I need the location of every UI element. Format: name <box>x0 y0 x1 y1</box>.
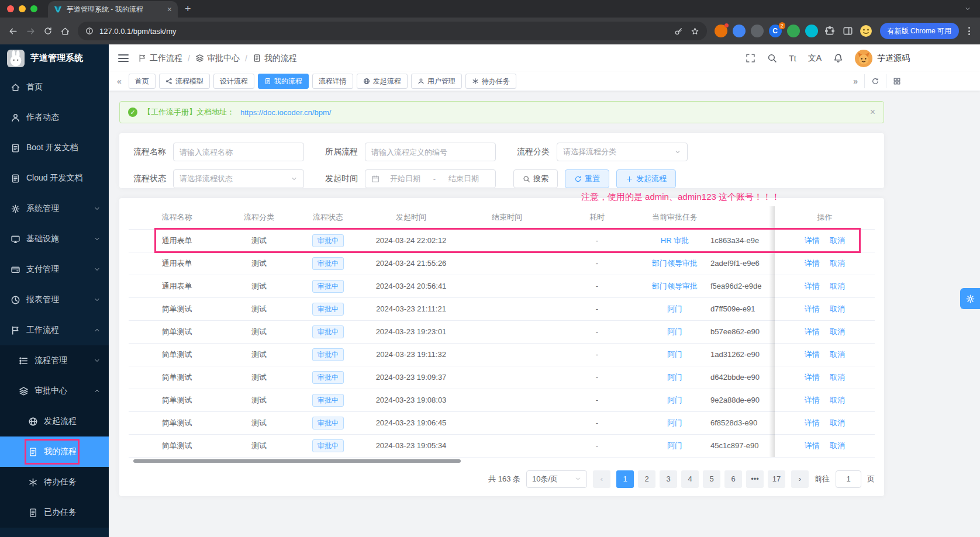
current-task-link[interactable]: 阿门 <box>667 304 682 313</box>
extension-icon[interactable] <box>787 25 800 37</box>
side-panel-icon[interactable] <box>841 25 854 37</box>
detail-link[interactable]: 详情 <box>805 418 820 427</box>
process-definition-input[interactable] <box>371 148 489 157</box>
detail-link[interactable]: 详情 <box>805 282 820 290</box>
address-bar[interactable]: 127.0.0.1/bpm/task/my <box>78 22 707 40</box>
tabs-scroll-right[interactable]: » <box>847 74 864 88</box>
browser-menu-icon[interactable] <box>967 27 972 35</box>
extension-icon[interactable] <box>733 25 746 37</box>
browser-home-icon[interactable] <box>60 26 70 36</box>
cancel-link[interactable]: 取消 <box>830 350 845 359</box>
current-task-link[interactable]: 阿门 <box>667 350 682 359</box>
detail-link[interactable]: 详情 <box>805 259 820 268</box>
page-button-4[interactable]: 4 <box>681 470 699 488</box>
cancel-link[interactable]: 取消 <box>830 396 845 404</box>
maximize-window-button[interactable] <box>30 5 37 12</box>
tab-design-process[interactable]: 设计流程 <box>213 74 254 89</box>
sidebar-item-system-mgmt[interactable]: 系统管理 <box>0 193 109 224</box>
sidebar-item-author-news[interactable]: 作者动态 <box>0 102 109 133</box>
new-tab-button[interactable]: + <box>185 3 191 15</box>
cancel-link[interactable]: 取消 <box>830 373 845 382</box>
sidebar-item-process-mgmt[interactable]: 流程管理 <box>0 345 109 376</box>
close-window-button[interactable] <box>7 5 14 12</box>
site-info-icon[interactable] <box>85 27 94 35</box>
detail-link[interactable]: 详情 <box>805 304 820 313</box>
tab-start-process[interactable]: 发起流程 <box>357 74 408 89</box>
tab-process-detail[interactable]: 流程详情 <box>312 74 353 89</box>
sidebar-item-my-process[interactable]: 我的流程 <box>0 436 109 467</box>
cancel-link[interactable]: 取消 <box>830 304 845 313</box>
prev-page-button[interactable]: ‹ <box>593 470 610 488</box>
detail-link[interactable]: 详情 <box>805 396 820 404</box>
next-page-button[interactable]: › <box>791 470 809 488</box>
profile-avatar[interactable] <box>860 25 872 37</box>
sidebar-item-home[interactable]: 首页 <box>0 72 109 102</box>
goto-page-input[interactable] <box>836 470 861 488</box>
fullscreen-icon[interactable] <box>746 53 755 63</box>
refresh-tab-icon[interactable] <box>864 74 886 88</box>
cancel-link[interactable]: 取消 <box>830 441 845 450</box>
current-task-link[interactable]: HR 审批 <box>661 236 689 245</box>
reload-icon[interactable] <box>43 26 53 36</box>
theme-settings-button[interactable] <box>960 288 980 309</box>
sidebar-item-start-process[interactable]: 发起流程 <box>0 406 109 436</box>
current-task-link[interactable]: 阿门 <box>667 441 682 450</box>
page-button-17[interactable]: 17 <box>768 470 785 488</box>
bell-icon[interactable] <box>833 53 843 63</box>
sidebar-item-approval-center[interactable]: 审批中心 <box>0 376 109 406</box>
extension-icon[interactable]: C2 <box>769 25 782 37</box>
page-button-5[interactable]: 5 <box>703 470 720 488</box>
start-date-range-picker[interactable]: 开始日期 - 结束日期 <box>365 169 496 188</box>
create-process-button[interactable]: 发起流程 <box>616 169 676 188</box>
back-icon[interactable] <box>8 26 18 36</box>
detail-link[interactable]: 详情 <box>805 236 820 245</box>
browser-tab[interactable]: 芋道管理系统 - 我的流程 × <box>48 1 178 18</box>
horizontal-scrollbar-thumb[interactable] <box>133 459 461 463</box>
bookmark-star-icon[interactable] <box>691 27 699 36</box>
process-category-select[interactable]: 请选择流程分类 <box>557 143 688 161</box>
search-icon[interactable] <box>767 53 777 63</box>
sidebar-item-pay-mgmt[interactable]: 支付管理 <box>0 254 109 285</box>
extensions-puzzle-icon[interactable] <box>823 25 836 37</box>
sidebar-item-cloud-docs[interactable]: Cloud 开发文档 <box>0 163 109 193</box>
minimize-window-button[interactable] <box>19 5 26 12</box>
tab-user-mgmt[interactable]: 用户管理 <box>411 74 462 89</box>
extension-icon[interactable] <box>751 25 764 37</box>
tab-close-icon[interactable]: × <box>167 5 172 14</box>
tab-my-process[interactable]: 我的流程 <box>258 74 309 89</box>
current-task-link[interactable]: 阿门 <box>667 327 682 336</box>
process-name-input[interactable] <box>180 148 298 157</box>
password-key-icon[interactable] <box>674 27 683 36</box>
tab-search-icon[interactable] <box>961 2 974 15</box>
tab-todo-task[interactable]: 待办任务 <box>465 74 516 89</box>
current-task-link[interactable]: 阿门 <box>667 396 682 404</box>
sidebar-item-done-task[interactable]: 已办任务 <box>0 497 109 528</box>
detail-link[interactable]: 详情 <box>805 441 820 450</box>
sidebar-item-boot-docs[interactable]: Boot 开发文档 <box>0 133 109 163</box>
chrome-update-button[interactable]: 有新版 Chrome 可用 <box>880 23 959 39</box>
cancel-link[interactable]: 取消 <box>830 327 845 336</box>
current-task-link[interactable]: 部门领导审批 <box>652 282 698 290</box>
breadcrumb-item[interactable]: 我的流程 <box>253 53 297 64</box>
sidebar-item-infrastructure[interactable]: 基础设施 <box>0 224 109 254</box>
doc-link[interactable]: https://doc.iocoder.cn/bpm/ <box>240 108 331 117</box>
cancel-link[interactable]: 取消 <box>830 236 845 245</box>
notice-close-icon[interactable]: × <box>870 107 875 117</box>
forward-icon[interactable] <box>26 26 36 36</box>
extension-icon[interactable] <box>805 25 818 37</box>
page-button-1[interactable]: 1 <box>616 470 634 488</box>
detail-link[interactable]: 详情 <box>805 350 820 359</box>
cancel-link[interactable]: 取消 <box>830 418 845 427</box>
page-ellipsis[interactable]: ••• <box>746 470 764 488</box>
tab-home[interactable]: 首页 <box>129 74 156 89</box>
cancel-link[interactable]: 取消 <box>830 259 845 268</box>
tabs-scroll-left[interactable]: « <box>113 77 125 86</box>
current-task-link[interactable]: 阿门 <box>667 373 682 382</box>
current-task-link[interactable]: 阿门 <box>667 418 682 427</box>
translate-icon[interactable]: 文A <box>808 53 822 64</box>
page-size-select[interactable]: 10条/页 <box>526 470 587 488</box>
cancel-link[interactable]: 取消 <box>830 282 845 290</box>
font-size-icon[interactable]: Tt <box>789 54 796 63</box>
user-menu[interactable]: 芋道源码 <box>855 50 910 67</box>
process-status-select[interactable]: 请选择流程状态 <box>173 169 304 188</box>
